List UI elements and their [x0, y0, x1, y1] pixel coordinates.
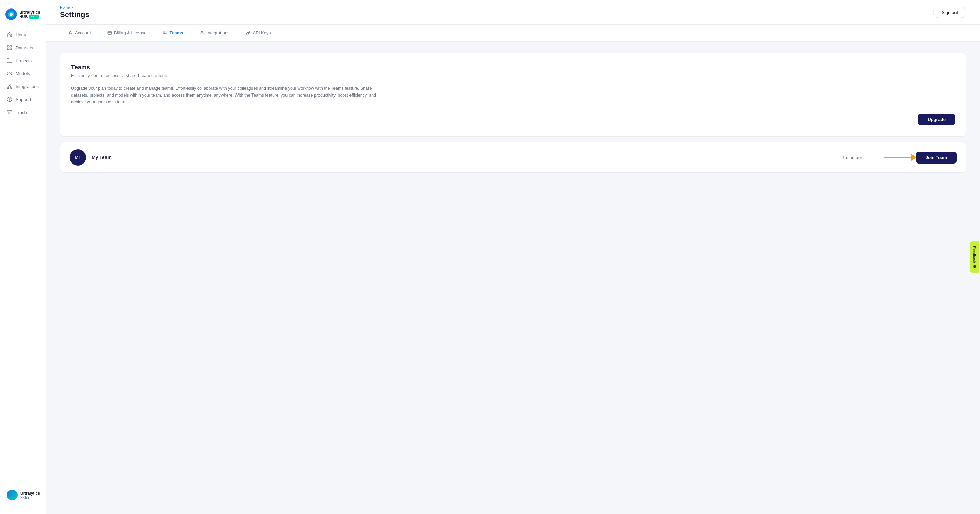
- svg-rect-4: [10, 46, 11, 47]
- models-icon: [7, 71, 12, 76]
- upgrade-button[interactable]: Upgrade: [918, 114, 955, 125]
- teams-card-subtitle: Efficiently control access to shared tea…: [71, 73, 955, 78]
- sidebar-bottom: Ultralytics FREE: [0, 481, 46, 509]
- sidebar-label-home: Home: [16, 32, 27, 37]
- svg-point-18: [164, 31, 165, 33]
- team-name: My Team: [92, 155, 837, 160]
- sidebar-item-support[interactable]: Support: [3, 93, 43, 105]
- user-info[interactable]: Ultralytics FREE: [3, 487, 43, 503]
- tab-billing[interactable]: Billing & License: [99, 25, 154, 41]
- integrations-tab-icon: [200, 30, 205, 35]
- sidebar-item-projects[interactable]: Projects: [3, 54, 43, 67]
- arrow-decoration: [884, 154, 917, 161]
- sidebar-item-home[interactable]: Home: [3, 29, 43, 41]
- svg-line-22: [201, 32, 202, 34]
- avatar: [7, 490, 18, 500]
- sidebar-label-models: Models: [16, 71, 30, 76]
- feedback-tab[interactable]: Feedback ⊕: [970, 241, 979, 273]
- svg-rect-6: [8, 48, 9, 50]
- sidebar-label-datasets: Datasets: [16, 45, 33, 50]
- support-icon: [7, 97, 12, 102]
- sidebar-item-integrations[interactable]: Integrations: [3, 80, 43, 92]
- tab-account-label: Account: [75, 30, 91, 35]
- tab-account[interactable]: Account: [60, 25, 99, 41]
- trash-icon: [7, 109, 12, 115]
- svg-rect-5: [10, 48, 11, 50]
- logo-name: ultralytics: [20, 10, 40, 14]
- feedback-label: Feedback: [972, 246, 977, 263]
- integrations-icon: [7, 84, 12, 89]
- breadcrumb-home[interactable]: Home: [60, 5, 70, 10]
- feedback-icon: ⊕: [972, 265, 977, 268]
- svg-point-15: [70, 31, 72, 33]
- svg-point-2: [10, 13, 13, 16]
- main-content: Home > Settings Sign out Account Billing…: [46, 0, 980, 514]
- sidebar-label-projects: Projects: [16, 58, 32, 63]
- arrow-line: [884, 157, 911, 158]
- join-team-wrapper: Join Team: [884, 152, 956, 163]
- svg-line-11: [8, 85, 10, 87]
- datasets-icon: [7, 45, 12, 50]
- logo-hub: HUB: [20, 14, 28, 19]
- sidebar-item-trash[interactable]: Trash: [3, 106, 43, 118]
- tab-integrations-label: Integrations: [207, 30, 230, 35]
- header-left: Home > Settings: [60, 5, 89, 19]
- user-plan: FREE: [21, 496, 40, 500]
- svg-point-7: [9, 73, 10, 74]
- sign-out-button[interactable]: Sign out: [933, 7, 966, 18]
- billing-icon: [107, 30, 112, 35]
- sidebar-label-trash: Trash: [16, 110, 27, 115]
- page-title: Settings: [60, 10, 89, 19]
- user-details: Ultralytics FREE: [21, 491, 40, 500]
- breadcrumb-separator: >: [71, 5, 73, 10]
- logo-text: ultralytics HUB BETA: [20, 10, 40, 19]
- content-area: Teams Efficiently control access to shar…: [46, 42, 980, 514]
- team-row: MT My Team 1 member Join Team: [60, 142, 966, 173]
- user-name: Ultralytics: [21, 491, 40, 496]
- sidebar-label-support: Support: [16, 97, 31, 102]
- apikeys-icon: [246, 30, 251, 35]
- teams-tab-icon: [163, 30, 167, 35]
- teams-upgrade-card: Teams Efficiently control access to shar…: [60, 53, 966, 136]
- sidebar-nav: Home Datasets Projects Models Integratio…: [0, 29, 46, 481]
- svg-point-20: [200, 34, 202, 35]
- sidebar-label-integrations: Integrations: [16, 84, 39, 89]
- tabs-bar: Account Billing & License Teams Integrat…: [46, 25, 980, 42]
- logo: ultralytics HUB BETA: [0, 5, 46, 29]
- svg-line-12: [10, 85, 11, 87]
- home-icon: [7, 32, 12, 37]
- svg-rect-3: [8, 46, 9, 47]
- team-members-count: 1 member: [842, 155, 862, 160]
- tab-apikeys[interactable]: API Keys: [238, 25, 279, 41]
- header: Home > Settings Sign out: [46, 0, 980, 25]
- sidebar-item-models[interactable]: Models: [3, 67, 43, 79]
- sidebar: ultralytics HUB BETA Home Datasets Proje…: [0, 0, 46, 514]
- team-avatar: MT: [70, 149, 86, 165]
- tab-billing-label: Billing & License: [114, 30, 146, 35]
- svg-line-23: [202, 32, 204, 34]
- svg-rect-16: [108, 31, 111, 34]
- account-icon: [68, 30, 73, 35]
- svg-point-21: [203, 34, 204, 35]
- breadcrumb: Home >: [60, 5, 89, 10]
- teams-card-title: Teams: [71, 64, 955, 71]
- beta-badge: BETA: [29, 15, 39, 19]
- teams-card-body: Upgrade your plan today to create and ma…: [71, 85, 377, 105]
- svg-point-19: [202, 31, 203, 32]
- tab-apikeys-label: API Keys: [253, 30, 271, 35]
- tab-integrations[interactable]: Integrations: [192, 25, 238, 41]
- tab-teams-label: Teams: [169, 30, 183, 35]
- projects-icon: [7, 58, 12, 63]
- join-team-button[interactable]: Join Team: [916, 152, 956, 163]
- ultralytics-logo-icon: [5, 8, 17, 21]
- tab-teams[interactable]: Teams: [154, 25, 191, 41]
- sidebar-item-datasets[interactable]: Datasets: [3, 41, 43, 54]
